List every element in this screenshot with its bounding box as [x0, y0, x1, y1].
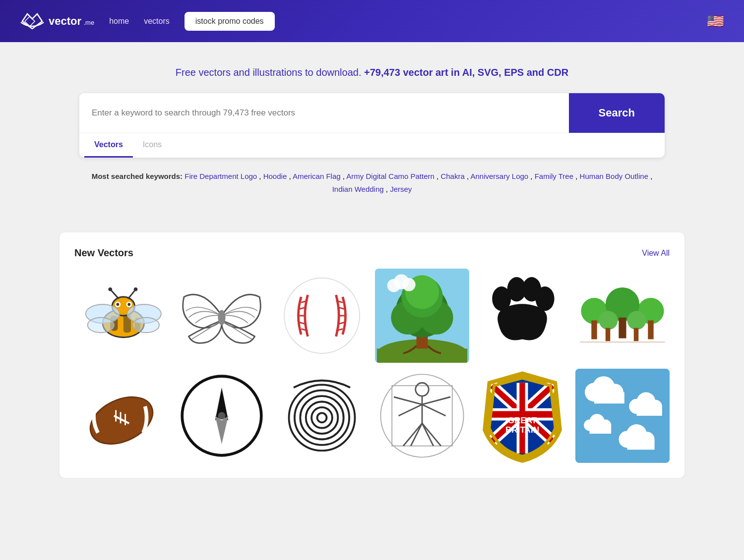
- keyword-indian-wedding[interactable]: Indian Wedding: [332, 185, 384, 193]
- vectors-header: New Vectors View All: [74, 247, 670, 259]
- svg-line-83: [422, 397, 450, 404]
- hero-section: Free vectors and illustrations to downlo…: [0, 42, 744, 223]
- logo[interactable]: vector .me: [20, 11, 94, 31]
- svg-point-9: [117, 303, 120, 306]
- svg-rect-108: [637, 406, 662, 416]
- keyword-american-flag[interactable]: American Flag: [293, 172, 341, 180]
- header: vector .me home vectors istock promo cod…: [0, 0, 744, 42]
- svg-text:BRITAIN: BRITAIN: [505, 425, 539, 435]
- hero-tagline: Free vectors and illustrations to downlo…: [20, 67, 724, 78]
- vector-card-paw[interactable]: [475, 269, 569, 363]
- svg-point-42: [402, 278, 416, 291]
- keyword-anniversary-logo[interactable]: Anniversary Logo: [470, 172, 528, 180]
- keywords-section: Most searched keywords: Fire Department …: [79, 170, 665, 195]
- svg-point-54: [599, 311, 618, 330]
- svg-point-74: [295, 391, 349, 445]
- tab-icons[interactable]: Icons: [133, 133, 172, 158]
- keyword-hoodie[interactable]: Hoodie: [263, 172, 287, 180]
- svg-rect-51: [648, 321, 653, 339]
- svg-rect-53: [619, 318, 626, 338]
- keyword-army-camo[interactable]: Army Digital Camo Pattern: [346, 172, 434, 180]
- svg-point-56: [627, 311, 646, 330]
- search-input[interactable]: [79, 93, 569, 133]
- vector-card-wings[interactable]: [175, 269, 269, 363]
- svg-point-12: [108, 287, 112, 291]
- keywords-label: Most searched keywords:: [92, 172, 185, 180]
- svg-line-84: [399, 404, 423, 416]
- vector-card-britain[interactable]: GREAT BRITAIN: [475, 369, 569, 463]
- vector-card-vitruvian[interactable]: [375, 369, 469, 463]
- svg-rect-104: [594, 392, 624, 404]
- svg-point-20: [284, 278, 360, 353]
- svg-point-75: [289, 385, 355, 450]
- keyword-fire-department[interactable]: Fire Department Logo: [185, 172, 257, 180]
- keyword-chakra[interactable]: Chakra: [440, 172, 464, 180]
- vector-card-tree[interactable]: [375, 269, 469, 363]
- vector-card-fingerprint[interactable]: [275, 369, 369, 463]
- svg-rect-77: [275, 451, 369, 463]
- language-flag[interactable]: 🇺🇸: [707, 13, 724, 29]
- svg-point-69: [218, 412, 225, 419]
- svg-point-18: [133, 318, 159, 333]
- vectors-grid: GREAT BRITAIN: [74, 269, 670, 463]
- search-container: Search Vectors Icons: [79, 93, 665, 158]
- tab-vectors[interactable]: Vectors: [84, 133, 133, 158]
- svg-point-17: [88, 318, 114, 333]
- vector-card-bee[interactable]: [74, 269, 169, 363]
- vector-card-baseball[interactable]: [275, 269, 369, 363]
- svg-point-19: [218, 310, 225, 325]
- svg-rect-57: [634, 328, 639, 341]
- logo-icon: [20, 11, 45, 31]
- keyword-human-body[interactable]: Human Body Outline: [580, 172, 648, 180]
- svg-point-46: [536, 286, 555, 311]
- vector-card-compass[interactable]: [175, 369, 269, 463]
- logo-text: vector .me: [49, 15, 94, 28]
- svg-rect-33: [377, 349, 467, 363]
- svg-text:GREAT: GREAT: [508, 416, 537, 425]
- svg-point-14: [134, 287, 138, 291]
- svg-line-82: [394, 397, 422, 404]
- svg-line-85: [422, 404, 446, 416]
- svg-rect-116: [627, 440, 655, 450]
- vector-card-football[interactable]: [74, 369, 169, 463]
- svg-point-10: [127, 303, 130, 306]
- search-tabs: Vectors Icons: [79, 133, 665, 158]
- keyword-jersey[interactable]: Jersey: [390, 185, 412, 193]
- svg-point-71: [311, 407, 332, 428]
- vector-card-clouds[interactable]: [575, 369, 670, 463]
- svg-line-11: [110, 289, 119, 299]
- svg-point-80: [416, 383, 429, 396]
- vector-card-trees[interactable]: [575, 269, 670, 363]
- svg-point-70: [317, 413, 327, 422]
- vectors-title: New Vectors: [74, 247, 133, 259]
- svg-rect-49: [591, 321, 597, 339]
- new-vectors-section: New Vectors View All: [60, 232, 684, 478]
- search-button[interactable]: Search: [569, 93, 665, 133]
- keyword-family-tree[interactable]: Family Tree: [535, 172, 573, 180]
- view-all-link[interactable]: View All: [642, 249, 670, 258]
- search-row: Search: [79, 93, 665, 133]
- header-left: vector .me home vectors istock promo cod…: [20, 11, 275, 31]
- svg-rect-55: [606, 328, 611, 341]
- svg-rect-112: [590, 425, 612, 434]
- nav-vectors[interactable]: vectors: [144, 17, 170, 26]
- nav-home[interactable]: home: [109, 17, 129, 26]
- nav-promo[interactable]: istock promo codes: [185, 12, 275, 31]
